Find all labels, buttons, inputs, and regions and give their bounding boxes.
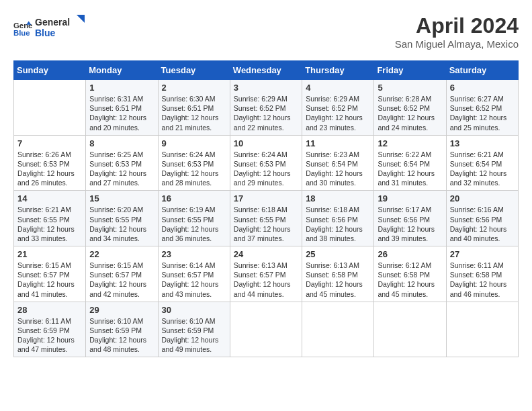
header: General Blue General Blue April 2024 San… — [13, 13, 519, 50]
calendar-cell: 11Sunrise: 6:23 AMSunset: 6:54 PMDayligh… — [302, 135, 374, 191]
calendar-cell: 30Sunrise: 6:10 AMSunset: 6:59 PMDayligh… — [158, 302, 230, 357]
calendar-cell: 21Sunrise: 6:15 AMSunset: 6:57 PMDayligh… — [14, 246, 86, 302]
day-info: Sunrise: 6:21 AMSunset: 6:54 PMDaylight:… — [450, 150, 515, 188]
calendar-cell — [374, 302, 446, 357]
calendar-cell: 14Sunrise: 6:21 AMSunset: 6:55 PMDayligh… — [14, 191, 86, 246]
calendar-cell — [302, 302, 374, 357]
day-info: Sunrise: 6:23 AMSunset: 6:54 PMDaylight:… — [306, 150, 370, 188]
weekday-header-cell: Friday — [374, 61, 446, 80]
location-title: San Miguel Almaya, Mexico — [395, 38, 519, 50]
day-number: 20 — [450, 193, 515, 203]
day-info: Sunrise: 6:15 AMSunset: 6:57 PMDaylight:… — [89, 261, 154, 299]
calendar-cell: 27Sunrise: 6:11 AMSunset: 6:58 PMDayligh… — [446, 246, 518, 302]
calendar-cell: 28Sunrise: 6:11 AMSunset: 6:59 PMDayligh… — [14, 302, 86, 357]
weekday-header-cell: Saturday — [446, 61, 518, 80]
logo: General Blue General Blue — [13, 13, 89, 43]
weekday-header-cell: Wednesday — [230, 61, 302, 80]
day-number: 10 — [234, 138, 298, 148]
day-info: Sunrise: 6:24 AMSunset: 6:53 PMDaylight:… — [234, 150, 298, 188]
logo-text: General Blue — [35, 13, 89, 43]
calendar-cell: 4Sunrise: 6:29 AMSunset: 6:52 PMDaylight… — [302, 80, 374, 136]
calendar-cell: 2Sunrise: 6:30 AMSunset: 6:51 PMDaylight… — [158, 80, 230, 136]
day-number: 13 — [450, 138, 515, 148]
day-number: 29 — [89, 305, 154, 315]
day-info: Sunrise: 6:21 AMSunset: 6:55 PMDaylight:… — [17, 205, 82, 243]
day-info: Sunrise: 6:19 AMSunset: 6:55 PMDaylight:… — [162, 205, 226, 243]
day-number: 2 — [162, 83, 226, 93]
day-number: 26 — [378, 249, 442, 259]
day-number: 24 — [234, 249, 298, 259]
calendar-cell: 20Sunrise: 6:16 AMSunset: 6:56 PMDayligh… — [446, 191, 518, 246]
day-number: 17 — [234, 193, 298, 203]
day-info: Sunrise: 6:11 AMSunset: 6:59 PMDaylight:… — [17, 316, 82, 355]
day-number: 4 — [306, 83, 370, 93]
calendar-cell: 10Sunrise: 6:24 AMSunset: 6:53 PMDayligh… — [230, 135, 302, 191]
day-number: 19 — [378, 193, 442, 203]
weekday-header-row: SundayMondayTuesdayWednesdayThursdayFrid… — [14, 61, 519, 80]
day-number: 22 — [89, 249, 154, 259]
calendar-cell: 7Sunrise: 6:26 AMSunset: 6:53 PMDaylight… — [14, 135, 86, 191]
day-info: Sunrise: 6:30 AMSunset: 6:51 PMDaylight:… — [162, 94, 226, 132]
day-info: Sunrise: 6:22 AMSunset: 6:54 PMDaylight:… — [378, 150, 442, 188]
calendar-cell: 9Sunrise: 6:24 AMSunset: 6:53 PMDaylight… — [158, 135, 230, 191]
day-info: Sunrise: 6:31 AMSunset: 6:51 PMDaylight:… — [89, 94, 154, 132]
day-number: 18 — [306, 193, 370, 203]
calendar-body: 1Sunrise: 6:31 AMSunset: 6:51 PMDaylight… — [14, 80, 519, 357]
calendar-week-row: 14Sunrise: 6:21 AMSunset: 6:55 PMDayligh… — [14, 191, 519, 246]
calendar-cell: 17Sunrise: 6:18 AMSunset: 6:55 PMDayligh… — [230, 191, 302, 246]
calendar-cell: 29Sunrise: 6:10 AMSunset: 6:59 PMDayligh… — [86, 302, 158, 357]
day-info: Sunrise: 6:20 AMSunset: 6:55 PMDaylight:… — [89, 205, 154, 243]
day-number: 28 — [17, 305, 82, 315]
calendar-cell: 15Sunrise: 6:20 AMSunset: 6:55 PMDayligh… — [86, 191, 158, 246]
weekday-header-cell: Monday — [86, 61, 158, 80]
day-info: Sunrise: 6:26 AMSunset: 6:53 PMDaylight:… — [17, 150, 82, 188]
svg-text:Blue: Blue — [35, 28, 56, 38]
day-info: Sunrise: 6:11 AMSunset: 6:58 PMDaylight:… — [450, 261, 515, 299]
calendar-week-row: 1Sunrise: 6:31 AMSunset: 6:51 PMDaylight… — [14, 80, 519, 136]
day-number: 23 — [162, 249, 226, 259]
day-number: 25 — [306, 249, 370, 259]
calendar-cell: 22Sunrise: 6:15 AMSunset: 6:57 PMDayligh… — [86, 246, 158, 302]
weekday-header-cell: Sunday — [14, 61, 86, 80]
calendar-cell: 25Sunrise: 6:13 AMSunset: 6:58 PMDayligh… — [302, 246, 374, 302]
day-info: Sunrise: 6:27 AMSunset: 6:52 PMDaylight:… — [450, 94, 515, 132]
calendar-week-row: 21Sunrise: 6:15 AMSunset: 6:57 PMDayligh… — [14, 246, 519, 302]
title-area: April 2024 San Miguel Almaya, Mexico — [395, 13, 519, 50]
day-number: 27 — [450, 249, 515, 259]
day-info: Sunrise: 6:13 AMSunset: 6:57 PMDaylight:… — [234, 261, 298, 299]
svg-text:Blue: Blue — [13, 29, 30, 37]
calendar-cell: 26Sunrise: 6:12 AMSunset: 6:58 PMDayligh… — [374, 246, 446, 302]
calendar-week-row: 7Sunrise: 6:26 AMSunset: 6:53 PMDaylight… — [14, 135, 519, 191]
calendar-cell: 19Sunrise: 6:17 AMSunset: 6:56 PMDayligh… — [374, 191, 446, 246]
day-info: Sunrise: 6:10 AMSunset: 6:59 PMDaylight:… — [89, 316, 154, 355]
calendar-cell — [14, 80, 86, 136]
day-number: 21 — [17, 249, 82, 259]
calendar-cell: 18Sunrise: 6:18 AMSunset: 6:56 PMDayligh… — [302, 191, 374, 246]
day-number: 14 — [17, 193, 82, 203]
day-number: 12 — [378, 138, 442, 148]
calendar-cell — [230, 302, 302, 357]
day-number: 15 — [89, 193, 154, 203]
day-number: 3 — [234, 83, 298, 93]
day-number: 5 — [378, 83, 442, 93]
day-info: Sunrise: 6:10 AMSunset: 6:59 PMDaylight:… — [162, 316, 226, 355]
day-info: Sunrise: 6:18 AMSunset: 6:56 PMDaylight:… — [306, 205, 370, 243]
weekday-header-cell: Thursday — [302, 61, 374, 80]
svg-text:General: General — [35, 17, 70, 28]
calendar-cell: 16Sunrise: 6:19 AMSunset: 6:55 PMDayligh… — [158, 191, 230, 246]
day-number: 9 — [162, 138, 226, 148]
day-info: Sunrise: 6:18 AMSunset: 6:55 PMDaylight:… — [234, 205, 298, 243]
day-info: Sunrise: 6:15 AMSunset: 6:57 PMDaylight:… — [17, 261, 82, 299]
calendar-cell: 8Sunrise: 6:25 AMSunset: 6:53 PMDaylight… — [86, 135, 158, 191]
calendar-cell: 5Sunrise: 6:28 AMSunset: 6:52 PMDaylight… — [374, 80, 446, 136]
svg-marker-5 — [77, 15, 85, 23]
calendar-cell — [446, 302, 518, 357]
day-number: 1 — [89, 83, 154, 93]
calendar-table: SundayMondayTuesdayWednesdayThursdayFrid… — [13, 60, 519, 357]
day-info: Sunrise: 6:13 AMSunset: 6:58 PMDaylight:… — [306, 261, 370, 299]
calendar-cell: 1Sunrise: 6:31 AMSunset: 6:51 PMDaylight… — [86, 80, 158, 136]
month-title: April 2024 — [395, 13, 519, 38]
day-info: Sunrise: 6:25 AMSunset: 6:53 PMDaylight:… — [89, 150, 154, 188]
day-info: Sunrise: 6:29 AMSunset: 6:52 PMDaylight:… — [306, 94, 370, 132]
day-number: 7 — [17, 138, 82, 148]
